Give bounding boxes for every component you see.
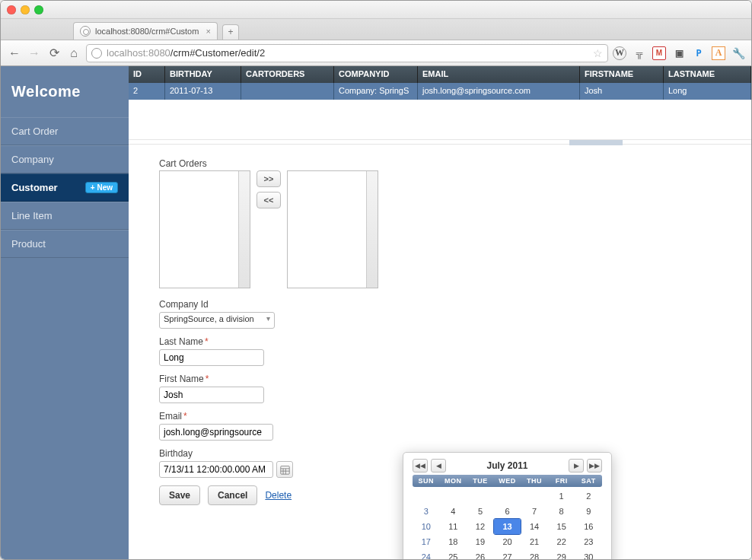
browser-tab[interactable]: localhost:8080/crm#Custom × xyxy=(73,22,218,40)
prev-month-button[interactable]: ◀ xyxy=(431,459,446,473)
address-bar[interactable]: localhost:8080/crm#Customer/edit/2 ☆ xyxy=(86,44,608,62)
grid-header-birthday[interactable]: BIRTHDAY xyxy=(165,66,241,83)
url-path: /crm#Customer/edit/2 xyxy=(170,47,265,59)
calendar-day-cell[interactable]: 21 xyxy=(521,534,548,549)
calendar-day-cell[interactable]: 7 xyxy=(521,504,548,519)
back-button[interactable]: ← xyxy=(7,46,22,60)
calendar-day-cell[interactable]: 8 xyxy=(548,504,575,519)
next-month-button[interactable]: ▶ xyxy=(569,459,584,473)
home-button[interactable]: ⌂ xyxy=(66,46,81,60)
last-name-label: Last Name* xyxy=(159,336,733,347)
sidebar-item-customer[interactable]: Customer + New xyxy=(1,173,129,202)
browser-toolbar: ← → ⟳ ⌂ localhost:8080/crm#Customer/edit… xyxy=(1,40,751,66)
extension-icon[interactable]: P xyxy=(692,46,706,60)
sidebar-item-label: Product xyxy=(11,238,46,250)
calendar-day-cell[interactable]: 4 xyxy=(440,504,467,519)
add-to-selected-button[interactable]: >> xyxy=(257,170,281,187)
grid-header-email[interactable]: EMAIL xyxy=(418,66,580,83)
calendar-day-cell[interactable]: 11 xyxy=(440,519,467,534)
calendar-day-cell[interactable]: 3 xyxy=(413,504,440,519)
next-year-button[interactable]: ▶▶ xyxy=(587,459,602,473)
calendar-day-cell[interactable]: 12 xyxy=(467,519,494,534)
sidebar-title: Welcome xyxy=(11,83,129,100)
calendar-day-cell[interactable]: 26 xyxy=(467,549,494,560)
grid-header-id[interactable]: ID xyxy=(129,66,165,83)
cancel-button[interactable]: Cancel xyxy=(208,485,257,505)
calendar-day-cell xyxy=(413,488,440,504)
remove-from-selected-button[interactable]: << xyxy=(257,192,281,208)
sidebar-item-company[interactable]: Company xyxy=(1,145,129,173)
url-port: :8080 xyxy=(145,47,170,59)
last-name-input[interactable] xyxy=(159,349,264,366)
bookmark-star-icon[interactable]: ☆ xyxy=(593,47,603,59)
calendar-day-cell[interactable]: 6 xyxy=(494,504,521,519)
calendar-day-cell xyxy=(440,488,467,504)
grid-cell-last: Long xyxy=(664,83,751,100)
calendar-day-cell[interactable]: 17 xyxy=(413,534,440,549)
wrench-menu-icon[interactable]: 🔧 xyxy=(731,46,745,60)
tab-close-icon[interactable]: × xyxy=(206,27,211,36)
grid-row[interactable]: 2 2011-07-13 Company: SpringS josh.long@… xyxy=(129,83,751,100)
calendar-day-cell[interactable]: 5 xyxy=(467,504,494,519)
calendar-day-cell[interactable]: 10 xyxy=(413,519,440,534)
sidebar-item-cart-order[interactable]: Cart Order xyxy=(1,117,129,145)
save-button[interactable]: Save xyxy=(159,485,200,505)
calendar-title: July 2011 xyxy=(449,460,566,471)
tab-title: localhost:8080/crm#Custom xyxy=(95,27,199,36)
calendar-day-cell[interactable]: 1 xyxy=(548,488,575,504)
calendar-day-cell[interactable]: 20 xyxy=(494,534,521,549)
birthday-input[interactable] xyxy=(159,461,273,478)
tab-strip: localhost:8080/crm#Custom × + xyxy=(1,19,751,40)
sidebar-item-product[interactable]: Product xyxy=(1,230,129,258)
calendar-day-cell[interactable]: 14 xyxy=(521,519,548,534)
selected-cart-orders-list[interactable] xyxy=(287,170,378,288)
calendar-day-cell[interactable]: 23 xyxy=(575,534,602,549)
calendar-day-cell[interactable]: 16 xyxy=(575,519,602,534)
window-minimize-button[interactable] xyxy=(21,5,30,14)
extension-icons: W ╦ M ▣ P A 🔧 xyxy=(613,46,745,60)
split-handle[interactable] xyxy=(129,139,751,145)
calendar-day-cell[interactable]: 9 xyxy=(575,504,602,519)
sidebar-item-line-item[interactable]: Line Item xyxy=(1,202,129,230)
grid-header-last[interactable]: LASTNAME xyxy=(664,66,751,83)
date-picker-trigger[interactable] xyxy=(276,461,293,478)
calendar-day-cell[interactable]: 2 xyxy=(575,488,602,504)
extension-icon[interactable]: ╦ xyxy=(633,46,646,60)
reload-button[interactable]: ⟳ xyxy=(46,46,62,60)
calendar-grid: SUN MON TUE WED THU FRI SAT 123456789101… xyxy=(413,475,602,560)
new-button[interactable]: + New xyxy=(85,182,118,193)
prev-year-button[interactable]: ◀◀ xyxy=(413,459,428,473)
grid-header-first[interactable]: FIRSTNAME xyxy=(580,66,664,83)
calendar-day-cell[interactable]: 25 xyxy=(440,549,467,560)
grid-header-cart[interactable]: CARTORDERS xyxy=(241,66,334,83)
extension-icon[interactable]: A xyxy=(712,46,725,60)
grid-header-row: ID BIRTHDAY CARTORDERS COMPANYID EMAIL F… xyxy=(129,66,751,83)
calendar-day-cell[interactable]: 19 xyxy=(467,534,494,549)
calendar-day-cell[interactable]: 18 xyxy=(440,534,467,549)
calendar-day-cell[interactable]: 29 xyxy=(548,549,575,560)
email-input[interactable] xyxy=(159,424,273,441)
window-maximize-button[interactable] xyxy=(34,5,43,14)
calendar-day-cell[interactable]: 27 xyxy=(494,549,521,560)
grid-header-company[interactable]: COMPANYID xyxy=(334,66,418,83)
company-id-select[interactable]: SpringSource, a division xyxy=(159,312,275,329)
first-name-input[interactable] xyxy=(159,387,264,403)
extension-icon[interactable]: ▣ xyxy=(672,46,686,60)
company-id-label: Company Id xyxy=(159,299,733,310)
calendar-day-cell[interactable]: 15 xyxy=(548,519,575,534)
available-cart-orders-list[interactable] xyxy=(159,170,250,288)
forward-button[interactable]: → xyxy=(27,46,42,60)
calendar-day-cell[interactable]: 13 xyxy=(494,519,521,534)
gmail-extension-icon[interactable]: M xyxy=(652,46,666,60)
sidebar-item-label: Company xyxy=(11,154,54,165)
calendar-day-cell[interactable]: 24 xyxy=(413,549,440,560)
company-id-value: SpringSource, a division xyxy=(164,314,254,323)
delete-link[interactable]: Delete xyxy=(265,490,292,501)
calendar-day-cell[interactable]: 30 xyxy=(575,549,602,560)
new-tab-button[interactable]: + xyxy=(222,24,239,40)
calendar-day-cell[interactable]: 28 xyxy=(521,549,548,560)
globe-icon xyxy=(80,26,91,37)
window-close-button[interactable] xyxy=(7,5,16,14)
wikipedia-extension-icon[interactable]: W xyxy=(613,46,626,60)
calendar-day-cell[interactable]: 22 xyxy=(548,534,575,549)
